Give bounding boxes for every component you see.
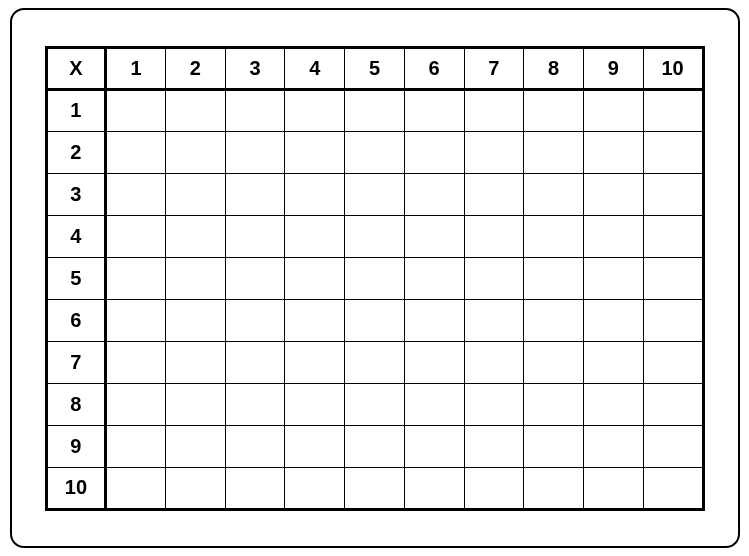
cell bbox=[643, 299, 703, 341]
page-frame: X 1 2 3 4 5 6 7 8 9 10 1 bbox=[10, 8, 740, 548]
cell bbox=[106, 341, 166, 383]
cell bbox=[106, 131, 166, 173]
cell bbox=[524, 299, 584, 341]
cell bbox=[464, 131, 524, 173]
cell bbox=[583, 467, 643, 509]
cell bbox=[285, 173, 345, 215]
cell bbox=[106, 299, 166, 341]
col-header: 5 bbox=[345, 47, 405, 89]
table-row: 2 bbox=[46, 131, 703, 173]
col-header: 2 bbox=[166, 47, 226, 89]
row-header: 5 bbox=[46, 257, 106, 299]
cell bbox=[106, 467, 166, 509]
cell bbox=[404, 383, 464, 425]
cell bbox=[225, 89, 285, 131]
cell bbox=[166, 173, 226, 215]
cell bbox=[285, 341, 345, 383]
cell bbox=[583, 299, 643, 341]
cell bbox=[524, 425, 584, 467]
cell bbox=[643, 131, 703, 173]
cell bbox=[225, 467, 285, 509]
cell bbox=[345, 425, 405, 467]
cell bbox=[643, 215, 703, 257]
table-row: 10 bbox=[46, 467, 703, 509]
cell bbox=[583, 341, 643, 383]
cell bbox=[106, 425, 166, 467]
cell bbox=[166, 131, 226, 173]
cell bbox=[345, 467, 405, 509]
col-header: 9 bbox=[583, 47, 643, 89]
cell bbox=[464, 173, 524, 215]
row-header: 7 bbox=[46, 341, 106, 383]
cell bbox=[225, 383, 285, 425]
cell bbox=[285, 467, 345, 509]
table-row: 3 bbox=[46, 173, 703, 215]
col-header: 1 bbox=[106, 47, 166, 89]
row-header: 3 bbox=[46, 173, 106, 215]
cell bbox=[285, 257, 345, 299]
table-body: 1 2 bbox=[46, 89, 703, 509]
row-header: 1 bbox=[46, 89, 106, 131]
table-row: 1 bbox=[46, 89, 703, 131]
table-row: 6 bbox=[46, 299, 703, 341]
cell bbox=[524, 383, 584, 425]
cell bbox=[166, 467, 226, 509]
cell bbox=[106, 215, 166, 257]
cell bbox=[106, 383, 166, 425]
row-header: 2 bbox=[46, 131, 106, 173]
cell bbox=[464, 257, 524, 299]
cell bbox=[643, 341, 703, 383]
cell bbox=[225, 131, 285, 173]
cell bbox=[524, 257, 584, 299]
cell bbox=[106, 89, 166, 131]
cell bbox=[464, 215, 524, 257]
cell bbox=[464, 341, 524, 383]
cell bbox=[225, 425, 285, 467]
cell bbox=[583, 131, 643, 173]
table-row: 7 bbox=[46, 341, 703, 383]
cell bbox=[524, 467, 584, 509]
table-row: 4 bbox=[46, 215, 703, 257]
cell bbox=[583, 215, 643, 257]
cell bbox=[345, 383, 405, 425]
corner-cell: X bbox=[46, 47, 106, 89]
cell bbox=[225, 215, 285, 257]
cell bbox=[404, 467, 464, 509]
col-header: 10 bbox=[643, 47, 703, 89]
cell bbox=[285, 215, 345, 257]
header-row: X 1 2 3 4 5 6 7 8 9 10 bbox=[46, 47, 703, 89]
col-header: 6 bbox=[404, 47, 464, 89]
cell bbox=[345, 131, 405, 173]
cell bbox=[464, 425, 524, 467]
cell bbox=[464, 299, 524, 341]
cell bbox=[166, 215, 226, 257]
cell bbox=[524, 173, 584, 215]
cell bbox=[166, 89, 226, 131]
cell bbox=[345, 89, 405, 131]
col-header: 8 bbox=[524, 47, 584, 89]
cell bbox=[285, 383, 345, 425]
table-row: 9 bbox=[46, 425, 703, 467]
row-header: 4 bbox=[46, 215, 106, 257]
cell bbox=[285, 299, 345, 341]
cell bbox=[404, 89, 464, 131]
cell bbox=[345, 299, 405, 341]
cell bbox=[583, 173, 643, 215]
cell bbox=[285, 89, 345, 131]
cell bbox=[643, 173, 703, 215]
cell bbox=[643, 425, 703, 467]
cell bbox=[345, 341, 405, 383]
cell bbox=[643, 89, 703, 131]
cell bbox=[524, 215, 584, 257]
row-header: 10 bbox=[46, 467, 106, 509]
cell bbox=[166, 299, 226, 341]
cell bbox=[643, 257, 703, 299]
cell bbox=[524, 341, 584, 383]
cell bbox=[643, 467, 703, 509]
cell bbox=[345, 257, 405, 299]
cell bbox=[404, 425, 464, 467]
cell bbox=[225, 173, 285, 215]
cell bbox=[583, 89, 643, 131]
cell bbox=[583, 257, 643, 299]
cell bbox=[524, 89, 584, 131]
